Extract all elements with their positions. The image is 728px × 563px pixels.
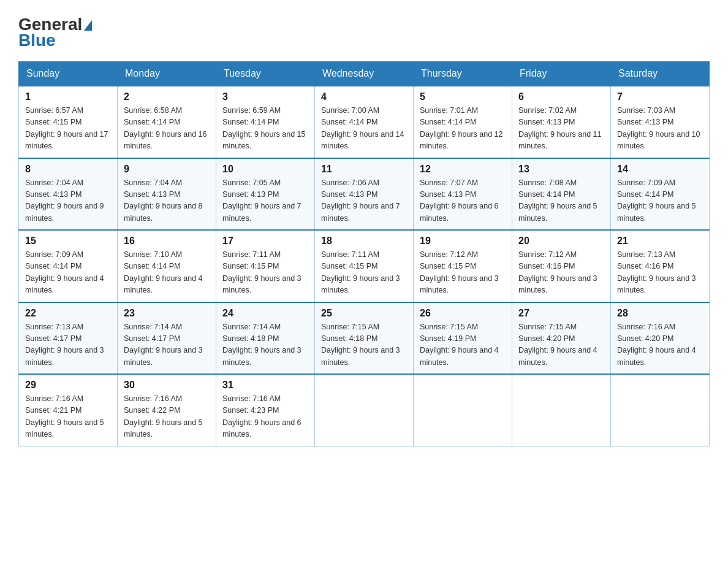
calendar-cell: 17 Sunrise: 7:11 AM Sunset: 4:15 PM Dayl…	[216, 230, 315, 302]
day-info: Sunrise: 7:11 AM Sunset: 4:15 PM Dayligh…	[222, 249, 308, 297]
day-info: Sunrise: 7:09 AM Sunset: 4:14 PM Dayligh…	[25, 249, 111, 297]
calendar-cell: 24 Sunrise: 7:14 AM Sunset: 4:18 PM Dayl…	[216, 302, 315, 375]
day-number: 22	[25, 308, 111, 319]
calendar-cell: 20 Sunrise: 7:12 AM Sunset: 4:16 PM Dayl…	[512, 230, 611, 302]
day-info: Sunrise: 7:11 AM Sunset: 4:15 PM Dayligh…	[321, 249, 407, 297]
calendar-cell: 19 Sunrise: 7:12 AM Sunset: 4:15 PM Dayl…	[414, 230, 512, 302]
calendar-cell: 25 Sunrise: 7:15 AM Sunset: 4:18 PM Dayl…	[315, 302, 414, 375]
day-number: 10	[222, 164, 308, 175]
calendar-cell: 28 Sunrise: 7:16 AM Sunset: 4:20 PM Dayl…	[611, 302, 710, 375]
day-number: 12	[420, 164, 506, 175]
calendar-cell: 22 Sunrise: 7:13 AM Sunset: 4:17 PM Dayl…	[19, 302, 118, 375]
day-info: Sunrise: 7:01 AM Sunset: 4:14 PM Dayligh…	[420, 105, 506, 153]
day-number: 21	[617, 236, 703, 247]
day-number: 20	[518, 236, 604, 247]
day-info: Sunrise: 7:14 AM Sunset: 4:18 PM Dayligh…	[222, 321, 308, 369]
logo-blue-text: Blue	[18, 31, 56, 50]
day-info: Sunrise: 7:03 AM Sunset: 4:13 PM Dayligh…	[617, 105, 703, 153]
calendar-cell: 12 Sunrise: 7:07 AM Sunset: 4:13 PM Dayl…	[414, 158, 512, 231]
day-info: Sunrise: 7:12 AM Sunset: 4:15 PM Dayligh…	[420, 249, 506, 297]
day-info: Sunrise: 7:16 AM Sunset: 4:22 PM Dayligh…	[124, 393, 210, 441]
week-row-5: 29 Sunrise: 7:16 AM Sunset: 4:21 PM Dayl…	[19, 374, 710, 446]
day-number: 27	[518, 308, 604, 319]
calendar-cell	[512, 374, 611, 446]
calendar-cell: 5 Sunrise: 7:01 AM Sunset: 4:14 PM Dayli…	[414, 86, 512, 158]
calendar-cell: 9 Sunrise: 7:04 AM Sunset: 4:13 PM Dayli…	[118, 158, 216, 231]
day-info: Sunrise: 7:12 AM Sunset: 4:16 PM Dayligh…	[518, 249, 604, 297]
calendar-cell: 30 Sunrise: 7:16 AM Sunset: 4:22 PM Dayl…	[118, 374, 216, 446]
header-sunday: Sunday	[19, 62, 118, 86]
day-info: Sunrise: 7:08 AM Sunset: 4:14 PM Dayligh…	[518, 177, 604, 225]
day-number: 30	[124, 380, 210, 391]
calendar-cell: 23 Sunrise: 7:14 AM Sunset: 4:17 PM Dayl…	[118, 302, 216, 375]
calendar-cell: 7 Sunrise: 7:03 AM Sunset: 4:13 PM Dayli…	[611, 86, 710, 158]
header-thursday: Thursday	[414, 62, 512, 86]
day-number: 24	[222, 308, 308, 319]
day-number: 1	[25, 91, 111, 102]
day-info: Sunrise: 7:16 AM Sunset: 4:20 PM Dayligh…	[617, 321, 703, 369]
calendar-cell: 21 Sunrise: 7:13 AM Sunset: 4:16 PM Dayl…	[611, 230, 710, 302]
week-row-2: 8 Sunrise: 7:04 AM Sunset: 4:13 PM Dayli…	[19, 158, 710, 231]
day-number: 14	[617, 164, 703, 175]
header: General Blue	[18, 15, 710, 50]
day-number: 29	[25, 380, 111, 391]
calendar-cell: 26 Sunrise: 7:15 AM Sunset: 4:19 PM Dayl…	[414, 302, 512, 375]
day-info: Sunrise: 7:05 AM Sunset: 4:13 PM Dayligh…	[222, 177, 308, 225]
day-number: 5	[420, 91, 506, 102]
header-friday: Friday	[512, 62, 611, 86]
day-number: 13	[518, 164, 604, 175]
day-info: Sunrise: 6:57 AM Sunset: 4:15 PM Dayligh…	[25, 105, 111, 153]
day-info: Sunrise: 6:58 AM Sunset: 4:14 PM Dayligh…	[124, 105, 210, 153]
day-number: 25	[321, 308, 407, 319]
logo-arrow-icon	[84, 20, 92, 31]
header-tuesday: Tuesday	[216, 62, 315, 86]
day-number: 4	[321, 91, 407, 102]
calendar-cell: 3 Sunrise: 6:59 AM Sunset: 4:14 PM Dayli…	[216, 86, 315, 158]
day-info: Sunrise: 7:16 AM Sunset: 4:21 PM Dayligh…	[25, 393, 111, 441]
day-number: 28	[617, 308, 703, 319]
day-number: 3	[222, 91, 308, 102]
day-info: Sunrise: 7:10 AM Sunset: 4:14 PM Dayligh…	[124, 249, 210, 297]
week-row-4: 22 Sunrise: 7:13 AM Sunset: 4:17 PM Dayl…	[19, 302, 710, 375]
calendar-cell: 14 Sunrise: 7:09 AM Sunset: 4:14 PM Dayl…	[611, 158, 710, 231]
day-number: 8	[25, 164, 111, 175]
day-number: 16	[124, 236, 210, 247]
calendar-cell: 18 Sunrise: 7:11 AM Sunset: 4:15 PM Dayl…	[315, 230, 414, 302]
logo: General Blue	[18, 15, 92, 50]
calendar-cell	[414, 374, 512, 446]
day-number: 19	[420, 236, 506, 247]
day-number: 26	[420, 308, 506, 319]
header-wednesday: Wednesday	[315, 62, 414, 86]
day-info: Sunrise: 7:07 AM Sunset: 4:13 PM Dayligh…	[420, 177, 506, 225]
day-info: Sunrise: 7:14 AM Sunset: 4:17 PM Dayligh…	[124, 321, 210, 369]
week-row-1: 1 Sunrise: 6:57 AM Sunset: 4:15 PM Dayli…	[19, 86, 710, 158]
day-info: Sunrise: 7:13 AM Sunset: 4:16 PM Dayligh…	[617, 249, 703, 297]
calendar-cell: 1 Sunrise: 6:57 AM Sunset: 4:15 PM Dayli…	[19, 86, 118, 158]
calendar-cell	[315, 374, 414, 446]
calendar-cell: 6 Sunrise: 7:02 AM Sunset: 4:13 PM Dayli…	[512, 86, 611, 158]
weekday-header-row: Sunday Monday Tuesday Wednesday Thursday…	[19, 62, 710, 86]
calendar-cell: 29 Sunrise: 7:16 AM Sunset: 4:21 PM Dayl…	[19, 374, 118, 446]
day-info: Sunrise: 7:06 AM Sunset: 4:13 PM Dayligh…	[321, 177, 407, 225]
calendar-cell: 10 Sunrise: 7:05 AM Sunset: 4:13 PM Dayl…	[216, 158, 315, 231]
day-number: 11	[321, 164, 407, 175]
day-number: 2	[124, 91, 210, 102]
calendar-cell: 31 Sunrise: 7:16 AM Sunset: 4:23 PM Dayl…	[216, 374, 315, 446]
day-number: 15	[25, 236, 111, 247]
day-info: Sunrise: 6:59 AM Sunset: 4:14 PM Dayligh…	[222, 105, 308, 153]
header-monday: Monday	[118, 62, 216, 86]
day-info: Sunrise: 7:09 AM Sunset: 4:14 PM Dayligh…	[617, 177, 703, 225]
day-number: 7	[617, 91, 703, 102]
calendar-cell: 2 Sunrise: 6:58 AM Sunset: 4:14 PM Dayli…	[118, 86, 216, 158]
calendar-cell: 16 Sunrise: 7:10 AM Sunset: 4:14 PM Dayl…	[118, 230, 216, 302]
calendar-cell: 27 Sunrise: 7:15 AM Sunset: 4:20 PM Dayl…	[512, 302, 611, 375]
day-info: Sunrise: 7:04 AM Sunset: 4:13 PM Dayligh…	[25, 177, 111, 225]
day-number: 23	[124, 308, 210, 319]
day-info: Sunrise: 7:04 AM Sunset: 4:13 PM Dayligh…	[124, 177, 210, 225]
day-info: Sunrise: 7:16 AM Sunset: 4:23 PM Dayligh…	[222, 393, 308, 441]
calendar-cell: 15 Sunrise: 7:09 AM Sunset: 4:14 PM Dayl…	[19, 230, 118, 302]
day-info: Sunrise: 7:15 AM Sunset: 4:19 PM Dayligh…	[420, 321, 506, 369]
calendar-table: Sunday Monday Tuesday Wednesday Thursday…	[18, 61, 710, 446]
calendar-cell: 8 Sunrise: 7:04 AM Sunset: 4:13 PM Dayli…	[19, 158, 118, 231]
day-number: 17	[222, 236, 308, 247]
